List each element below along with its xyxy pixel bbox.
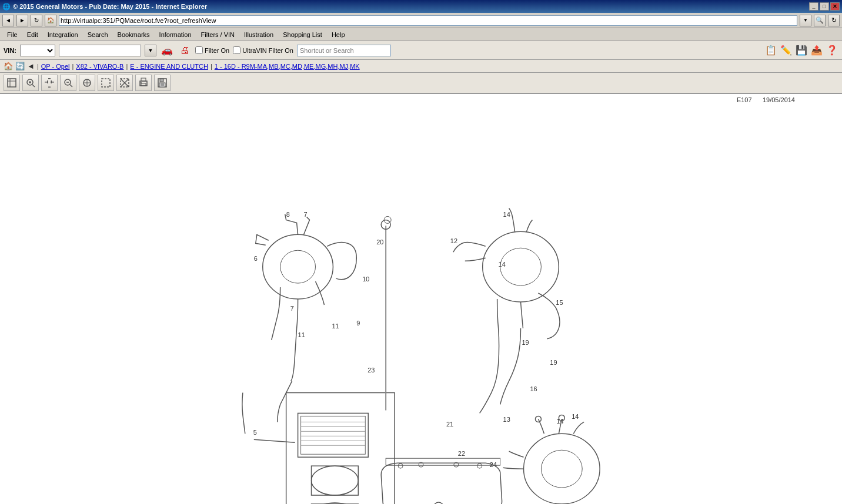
back-breadcrumb-icon[interactable]: ◄ [27,62,35,70]
label-14b: 14 [499,261,506,268]
label-7b: 7 [290,305,294,312]
address-go[interactable]: ↻ [828,15,840,26]
label-9: 9 [356,320,360,327]
ultra-vin-group: UltraVIN Filter On [233,46,293,54]
menu-file[interactable]: File [2,30,22,39]
home-button[interactable]: 🏠 [45,15,56,26]
print-btn[interactable] [135,75,152,91]
svg-rect-12 [48,87,51,88]
breadcrumb: 🏠 🔄 ◄ | OP - Opel | X82 - VIVARO-B | E -… [0,60,842,73]
fit-page-btn[interactable] [79,75,95,91]
addressbar: ◄ ► ↻ 🏠 ▼ 🔍 ↻ [0,13,842,28]
svg-rect-28 [160,79,163,82]
label-15: 15 [556,299,563,306]
label-23: 23 [367,367,375,374]
share-icon[interactable]: 📤 [810,44,823,57]
copy-icon[interactable]: 📋 [764,44,777,57]
label-19b: 19 [550,359,557,366]
toolbar: VIN: ▼ 🚗 🖨 Filter On UltraVIN Filter On … [0,41,842,60]
ultra-vin-checkbox[interactable] [233,46,240,54]
print-icon[interactable]: 🖨 [178,44,192,57]
menubar: File Edit Integration Search Bookmarks I… [0,28,842,41]
breadcrumb-vivaro[interactable]: X82 - VIVARO-B [76,63,123,70]
titlebar: 🌐 © 2015 General Motors - Pub Date: May … [0,0,842,13]
label-13: 13 [503,416,510,423]
menu-help[interactable]: Help [327,30,350,39]
breadcrumb-sep-1: | [72,63,73,70]
label-10: 10 [362,275,369,283]
vin-dropdown-btn[interactable]: ▼ [145,45,156,56]
back-button[interactable]: ◄ [2,15,14,26]
vin-label: VIN: [4,47,16,54]
save-doc-icon[interactable]: 💾 [795,44,808,57]
fit-page-icon [82,78,92,88]
refresh-breadcrumb-icon[interactable]: 🔄 [15,62,25,70]
filter-on-group: Filter On [195,46,229,54]
address-dropdown[interactable]: ▼ [800,15,811,26]
breadcrumb-sep-2: | [126,63,128,70]
diagram-info: E107 19/05/2014 [737,96,795,103]
label-11a: 11 [298,331,305,338]
label-14c: 14 [556,418,563,425]
vin-car-icon[interactable]: 🚗 [160,44,174,57]
view-page-btn[interactable] [4,75,20,91]
shortcut-search-input[interactable] [297,45,391,56]
titlebar-title: 🌐 © 2015 General Motors - Pub Date: May … [2,3,207,11]
label-21: 21 [446,421,453,428]
ultra-vin-label: UltraVIN Filter On [242,47,293,54]
svg-rect-10 [51,80,52,83]
save-icon [157,78,168,88]
forward-button[interactable]: ► [16,15,28,26]
view-page-icon [6,78,17,88]
label-8: 8 [286,211,290,218]
filter-on-label: Filter On [205,47,229,54]
menu-search[interactable]: Search [83,30,113,39]
refresh-button[interactable]: ↻ [31,15,42,26]
menu-integration[interactable]: Integration [43,30,83,39]
maximize-button[interactable]: □ [820,2,829,11]
breadcrumb-opel[interactable]: OP - Opel [41,63,70,70]
minimize-button[interactable]: _ [809,2,818,11]
select-btn[interactable] [98,75,114,91]
label-22: 22 [458,450,465,457]
filter-on-checkbox[interactable] [195,46,203,54]
menu-shopping-list[interactable]: Shopping List [278,30,327,39]
svg-rect-11 [48,78,51,79]
diagram-chart-id: E107 [737,96,752,103]
vin-select[interactable] [20,45,55,56]
help-icon[interactable]: ❓ [826,44,838,57]
close-button[interactable]: ✕ [830,2,840,11]
titlebar-icon: 🌐 [2,3,11,11]
address-search[interactable]: 🔍 [814,15,826,26]
home-breadcrumb-icon[interactable]: 🏠 [4,62,13,70]
label-5: 5 [253,429,257,436]
breadcrumb-engine[interactable]: E - ENGINE AND CLUTCH [130,63,208,70]
breadcrumb-16d[interactable]: 1 - 16D - R9M-MA,MB,MC,MD,ME,MG,MH,MJ,MK [215,63,360,70]
svg-rect-37 [286,393,395,504]
breadcrumb-sep-3: | [210,63,212,70]
edit-icon[interactable]: ✏️ [780,44,793,57]
svg-rect-19 [102,79,110,87]
menu-edit[interactable]: Edit [22,30,43,39]
breadcrumb-sep-0: | [37,63,39,70]
print-icon [138,78,149,88]
vin-input[interactable] [59,45,141,56]
zoom-marker-btn[interactable] [41,75,58,91]
menu-filters-vin[interactable]: Filters / VIN [196,30,239,39]
zoom-out-btn[interactable] [60,75,76,91]
save-btn[interactable] [154,75,171,91]
cross-select-icon [119,78,130,88]
address-input[interactable] [59,15,797,26]
label-14d: 14 [572,413,579,420]
cross-select-btn[interactable] [116,75,133,91]
svg-rect-8 [47,80,48,83]
titlebar-text: © 2015 General Motors - Pub Date: May 20… [13,3,207,10]
menu-bookmarks[interactable]: Bookmarks [113,30,155,39]
zoom-in-btn[interactable] [22,75,39,91]
menu-illustration[interactable]: Illustration [239,30,278,39]
label-19a: 19 [522,339,529,346]
titlebar-controls[interactable]: _ □ ✕ [809,2,840,11]
menu-information[interactable]: Information [155,30,196,39]
label-20: 20 [376,238,383,246]
select-icon [101,78,111,88]
